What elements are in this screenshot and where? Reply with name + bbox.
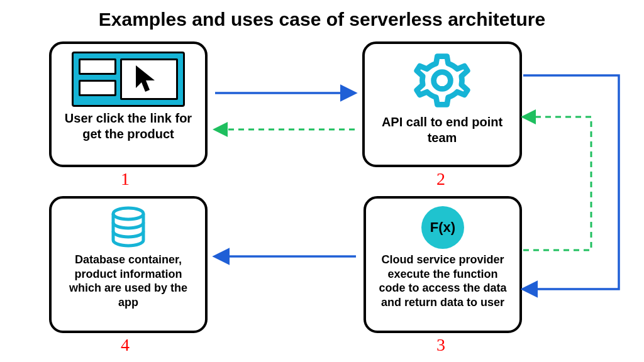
fx-badge-icon: F(x) — [421, 206, 464, 249]
box-api-call: API call to end point team — [362, 41, 522, 167]
arrow-b3-b2 — [523, 117, 591, 250]
box-caption: Cloud service provider execute the funct… — [375, 253, 511, 309]
ui-window-icon — [72, 52, 185, 107]
box-caption: API call to end point team — [374, 114, 511, 146]
ui-window-cell — [79, 80, 116, 96]
svg-point-0 — [434, 72, 451, 89]
box-cloud-function: F(x) Cloud service provider execute the … — [364, 196, 522, 333]
gear-icon — [412, 50, 472, 111]
database-icon — [106, 205, 150, 249]
arrow-b2-b3 — [523, 75, 619, 289]
box-database: Database container, product information … — [49, 196, 208, 333]
box-caption: Database container, product information … — [60, 253, 196, 309]
svg-point-1 — [113, 208, 143, 219]
box-number-4: 4 — [121, 335, 130, 355]
ui-window-pane — [120, 58, 178, 100]
box-number-2: 2 — [436, 169, 445, 189]
cursor-icon — [133, 64, 160, 94]
diagram-stage: Examples and uses case of serverless arc… — [0, 0, 644, 362]
box-number-1: 1 — [121, 169, 130, 189]
box-number-3: 3 — [436, 335, 445, 355]
diagram-title: Examples and uses case of serverless arc… — [0, 9, 644, 30]
box-user-click: User click the link for get the product — [49, 41, 208, 167]
box-caption: User click the link for get the product — [60, 111, 196, 142]
ui-window-cell — [79, 58, 116, 75]
